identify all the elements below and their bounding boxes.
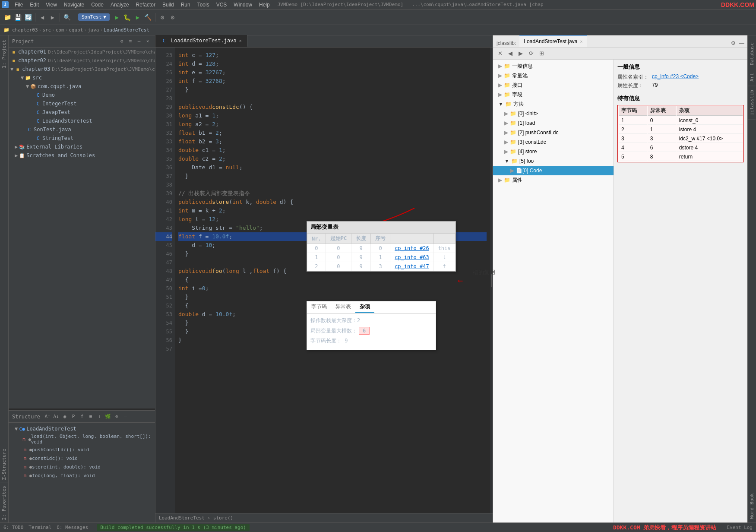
structure-settings-icon[interactable]: ⚙	[113, 413, 120, 421]
jclasslib-close-btn[interactable]: ×	[580, 39, 582, 44]
lv-link-1[interactable]: cp_info #63	[390, 253, 433, 262]
menu-code[interactable]: Code	[88, 1, 107, 9]
structure-f-icon[interactable]: f	[78, 413, 86, 421]
menu-file[interactable]: File	[11, 1, 26, 9]
menu-tools[interactable]: Tools	[194, 1, 213, 9]
misc-tab-exception[interactable]: 异常表	[331, 301, 355, 313]
menu-window[interactable]: Window	[230, 1, 256, 9]
tree-demo[interactable]: C Demo	[9, 91, 155, 99]
jclasslib-back-btn[interactable]: ◀	[506, 49, 515, 58]
coverage-btn[interactable]: ▶	[133, 13, 142, 22]
tree-scratches[interactable]: ▶ 📋 Scratches and Consoles	[9, 151, 155, 160]
attr-name-link[interactable]: cp_info #23 <Code>	[652, 73, 699, 81]
rtree-interface[interactable]: ▶ 📁 接口	[493, 80, 614, 90]
menu-analyze[interactable]: Analyze	[107, 1, 133, 9]
database-side-tab[interactable]: Database	[748, 39, 756, 69]
structure-pin-icon[interactable]: P	[70, 413, 77, 421]
sort-alpha-asc-icon[interactable]: A↑	[44, 413, 51, 421]
misc-tab-misc[interactable]: 杂项	[355, 301, 374, 313]
jclasslib-minimize-btn[interactable]: —	[738, 39, 746, 47]
rtree-code[interactable]: ▶ 📄 [0] Code	[493, 166, 614, 175]
toolbar-search-btn[interactable]: 🔍	[62, 13, 72, 22]
toolbar-open-btn[interactable]: 📁	[3, 13, 12, 22]
tree-chapter03[interactable]: ▼ ◼ chapter03 D:\IdeaProject\IdeaProject…	[9, 65, 155, 73]
tree-src[interactable]: ▼ 📁 src	[9, 73, 155, 82]
rtree-fields[interactable]: ▶ 📁 字段	[493, 90, 614, 99]
breadcrumb-file[interactable]: LoadAndStoreTest	[104, 27, 149, 33]
project-settings-btn[interactable]: ⚙	[118, 38, 126, 45]
tree-stringtest[interactable]: C StringTest	[9, 134, 155, 142]
misc-tab-bytecode[interactable]: 字节码	[307, 301, 331, 313]
structure-method-constldc[interactable]: m ● constLdc(): void	[9, 454, 155, 462]
tab-close-btn[interactable]: ×	[239, 38, 242, 43]
menu-help[interactable]: Help	[256, 1, 273, 9]
z-structure-tab[interactable]: Z-Structure	[0, 446, 8, 483]
tree-javaptest[interactable]: C JavapTest	[9, 108, 155, 117]
menu-build[interactable]: Build	[159, 1, 177, 9]
run-btn[interactable]: ▶	[112, 13, 122, 22]
sort-alpha-desc-icon[interactable]: A↓	[52, 413, 60, 421]
terminal-btn[interactable]: Terminal	[28, 525, 51, 530]
event-log-btn[interactable]: Event Log	[727, 525, 753, 530]
run-config-selector[interactable]: SonTest ▼	[78, 13, 110, 21]
jclasslib-settings-icon[interactable]: ⚙	[729, 39, 737, 47]
jclasslib-side-tab[interactable]: jclasslib	[748, 86, 756, 120]
tree-loadandstoretest[interactable]: C LoadAndStoreTest	[9, 117, 155, 125]
breadcrumb-java[interactable]: java	[88, 27, 99, 33]
tree-chapter01[interactable]: ◼ chapter01 D:\IdeaProject\IdeaProject\J…	[9, 48, 155, 56]
structure-method-pushconstldc[interactable]: m ● pushConstLdc(): void	[9, 445, 155, 454]
menu-refactor[interactable]: Refactor	[133, 1, 159, 9]
rtree-constldc[interactable]: ▶ 📁 [3] constLdc	[493, 137, 614, 147]
rtree-pushconstldc[interactable]: ▶ 📁 [2] pushConstLdc	[493, 128, 614, 137]
structure-expand-icon[interactable]: —	[121, 413, 129, 421]
tree-integertest[interactable]: C IntegerTest	[9, 99, 155, 108]
toolbar-back-btn[interactable]: ◀	[38, 13, 47, 22]
structure-method-store[interactable]: m ● store(int, double): void	[9, 462, 155, 471]
art-side-tab[interactable]: Art	[748, 70, 756, 85]
todo-btn[interactable]: 6: TODO	[3, 525, 23, 530]
rtree-init[interactable]: ▶ 📁 [0] <init>	[493, 109, 614, 118]
debug-btn[interactable]: 🐛	[123, 13, 132, 22]
jclasslib-close-btn2[interactable]: ✕	[496, 49, 504, 58]
project-side-tab[interactable]: 1: Project	[0, 37, 8, 71]
rtree-attributes[interactable]: ▶ 📁 属性	[493, 175, 614, 185]
menu-navigate[interactable]: Navigate	[60, 1, 88, 9]
menu-edit[interactable]: Edit	[26, 1, 42, 9]
structure-leaf-icon[interactable]: 🌿	[104, 413, 112, 421]
structure-class[interactable]: ▼ C● LoadAndStoreTest	[9, 424, 155, 433]
rtree-general[interactable]: ▶ 📁 一般信息	[493, 61, 614, 71]
settings-btn[interactable]: ⚙	[168, 13, 177, 22]
tree-chapter02[interactable]: ◼ chapter02 D:\IdeaProject\IdeaProject\J…	[9, 56, 155, 65]
jclasslib-sync-btn[interactable]: ⟳	[527, 49, 535, 58]
breadcrumb-cqupt[interactable]: cqupt	[69, 27, 83, 33]
jclasslib-forward-btn[interactable]: ▶	[516, 49, 525, 58]
project-expand-btn[interactable]: —	[135, 38, 143, 45]
structure-anon-icon[interactable]: ≡	[87, 413, 95, 421]
breadcrumb-com[interactable]: com	[56, 27, 64, 33]
structure-method-foo[interactable]: m ● foo(long, float): void	[9, 471, 155, 480]
project-close-btn[interactable]: ×	[144, 38, 152, 45]
project-layout-btn[interactable]: ≡	[127, 38, 134, 45]
wordbook-side-tab[interactable]: Word Book	[748, 490, 756, 522]
structure-filter-icon[interactable]: ◉	[61, 413, 69, 421]
tree-ext-libs[interactable]: ▶ 📚 External Libraries	[9, 142, 155, 151]
breadcrumb-src[interactable]: src	[42, 27, 51, 33]
rtree-constpool[interactable]: ▶ 📁 常量池	[493, 71, 614, 80]
rtree-load-method[interactable]: ▶ 📁 [1] load	[493, 118, 614, 128]
sdk-btn[interactable]: ⚙	[158, 13, 167, 22]
menu-vcs[interactable]: VCS	[213, 1, 231, 9]
editor-tab-loadandstore[interactable]: C LoadAndStoreTest.java ×	[155, 35, 247, 47]
toolbar-forward-btn[interactable]: ▶	[48, 13, 57, 22]
lv-link-0[interactable]: cp_info #26	[390, 244, 433, 253]
structure-method-load[interactable]: m ● load(int, Object, long, boolean, sho…	[9, 433, 155, 445]
breadcrumb-chapter03[interactable]: chapter03	[12, 27, 38, 33]
rtree-methods[interactable]: ▼ 📁 方法	[493, 99, 614, 109]
tree-sontest[interactable]: C SonTest.java	[9, 125, 155, 134]
messages-btn[interactable]: 0: Messages	[57, 525, 88, 530]
toolbar-sync-btn[interactable]: 🔄	[23, 13, 33, 22]
jclasslib-expand-btn[interactable]: ⊞	[537, 49, 546, 58]
rtree-foo-method[interactable]: ▼ 📁 [5] foo	[493, 156, 614, 166]
jclasslib-tab-main[interactable]: LoadAndStoreTest.java ×	[519, 35, 587, 47]
toolbar-save-btn[interactable]: 💾	[13, 13, 22, 22]
menu-run[interactable]: Run	[177, 1, 194, 9]
